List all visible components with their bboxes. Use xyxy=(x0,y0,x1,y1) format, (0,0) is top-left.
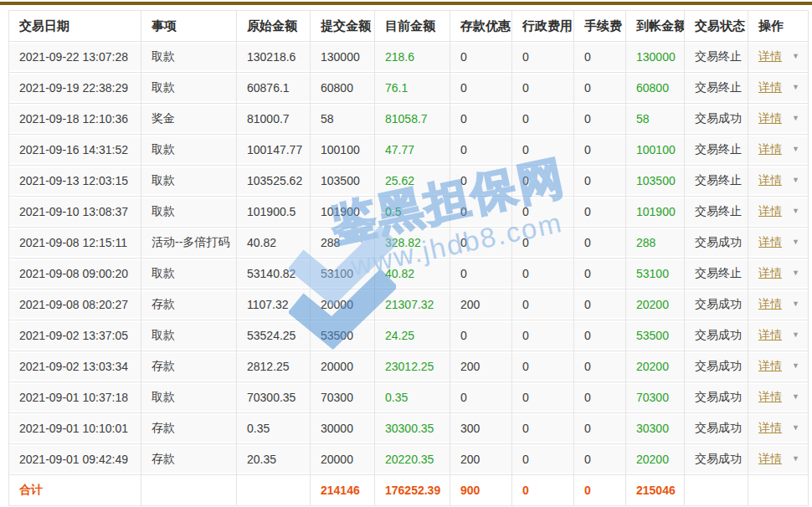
cell-7: 0 xyxy=(574,104,626,135)
chevron-down-icon[interactable]: ▼ xyxy=(792,176,799,184)
detail-link[interactable]: 详情 xyxy=(758,266,782,279)
cell-7: 0 xyxy=(574,73,626,104)
action-cell: 详情▼ xyxy=(748,289,809,320)
column-header-4: 目前金额 xyxy=(375,11,450,42)
cell-2: 53140.82 xyxy=(237,259,311,289)
table-row: 2021-09-19 22:38:29取款60876.16080076.1000… xyxy=(9,73,809,104)
detail-link[interactable]: 详情 xyxy=(758,421,782,434)
cell-8: 101900 xyxy=(626,197,685,228)
action-cell: 详情▼ xyxy=(748,320,809,351)
cell-6: 0 xyxy=(512,382,574,413)
detail-link[interactable]: 详情 xyxy=(758,390,782,403)
table-row: 2021-09-01 09:42:49存款20.352000020220.352… xyxy=(9,444,809,475)
cell-7: 0 xyxy=(574,320,626,351)
chevron-down-icon[interactable]: ▼ xyxy=(792,361,799,370)
cell-0: 2021-09-18 12:10:36 xyxy=(9,104,141,135)
cell-1: 取款 xyxy=(141,320,237,351)
total-cell-3: 214146 xyxy=(311,475,375,506)
total-cell-2 xyxy=(237,475,311,506)
total-cell-9 xyxy=(685,475,748,506)
cell-0: 2021-09-01 09:42:49 xyxy=(9,444,141,475)
detail-link[interactable]: 详情 xyxy=(758,111,782,125)
detail-link[interactable]: 详情 xyxy=(758,80,782,94)
chevron-down-icon[interactable]: ▼ xyxy=(792,392,799,401)
cell-1: 存款 xyxy=(141,413,237,444)
total-cell-6: 0 xyxy=(512,475,574,506)
cell-8: 288 xyxy=(626,228,685,259)
cell-0: 2021-09-02 13:37:05 xyxy=(9,320,141,351)
cell-8: 100100 xyxy=(626,135,685,166)
table-row: 2021-09-01 10:10:01存款0.353000030300.3530… xyxy=(9,413,809,444)
cell-9: 交易终止 xyxy=(685,135,748,166)
cell-2: 101900.5 xyxy=(237,197,311,228)
action-cell: 详情▼ xyxy=(748,444,809,475)
cell-7: 0 xyxy=(574,382,626,413)
chevron-down-icon[interactable]: ▼ xyxy=(792,423,799,432)
column-header-2: 原始金额 xyxy=(237,11,311,42)
cell-5: 0 xyxy=(450,228,512,259)
detail-link[interactable]: 详情 xyxy=(758,49,782,63)
cell-9: 交易成功 xyxy=(685,444,748,475)
cell-5: 0 xyxy=(450,135,512,166)
table-row: 2021-09-02 13:37:05取款53524.255350024.250… xyxy=(9,320,809,351)
detail-link[interactable]: 详情 xyxy=(758,235,782,248)
detail-link[interactable]: 详情 xyxy=(758,452,782,465)
action-cell: 详情▼ xyxy=(748,104,809,135)
cell-8: 20200 xyxy=(626,351,685,382)
cell-3: 53500 xyxy=(311,320,375,351)
total-cell-5: 900 xyxy=(450,475,512,506)
transactions-table: 交易日期事项原始金额提交金额目前金额存款优惠行政费用手续费到帐金额交易状态操作 … xyxy=(8,10,809,506)
action-cell: 详情▼ xyxy=(748,42,809,73)
cell-3: 103500 xyxy=(311,166,375,197)
cell-1: 存款 xyxy=(141,289,237,320)
cell-4: 0.5 xyxy=(375,197,450,228)
detail-link[interactable]: 详情 xyxy=(758,142,782,156)
table-row: 2021-09-10 13:08:37取款101900.51019000.500… xyxy=(9,197,809,228)
action-cell: 详情▼ xyxy=(748,197,809,228)
cell-1: 存款 xyxy=(141,444,237,475)
chevron-down-icon[interactable]: ▼ xyxy=(792,114,799,122)
detail-link[interactable]: 详情 xyxy=(758,359,782,372)
cell-3: 20000 xyxy=(311,289,375,320)
cell-3: 70300 xyxy=(311,382,375,413)
cell-7: 0 xyxy=(574,42,626,73)
chevron-down-icon[interactable]: ▼ xyxy=(792,83,799,91)
detail-link[interactable]: 详情 xyxy=(758,297,782,310)
action-cell: 详情▼ xyxy=(748,135,809,166)
cell-7: 0 xyxy=(574,289,626,320)
cell-0: 2021-09-02 13:03:34 xyxy=(9,351,141,382)
cell-9: 交易终止 xyxy=(685,197,748,228)
cell-7: 0 xyxy=(574,135,626,166)
cell-3: 60800 xyxy=(311,73,375,104)
cell-0: 2021-09-08 12:15:11 xyxy=(9,228,141,259)
cell-4: 0.35 xyxy=(375,382,450,413)
cell-6: 0 xyxy=(512,166,574,197)
chevron-down-icon[interactable]: ▼ xyxy=(792,454,799,463)
chevron-down-icon[interactable]: ▼ xyxy=(792,207,799,215)
cell-4: 328.82 xyxy=(375,228,450,259)
detail-link[interactable]: 详情 xyxy=(758,173,782,187)
total-cell-1 xyxy=(141,475,237,506)
table-body: 2021-09-22 13:07:28取款130218.6130000218.6… xyxy=(9,42,809,506)
cell-9: 交易成功 xyxy=(685,228,748,259)
cell-0: 2021-09-13 12:03:15 xyxy=(9,166,141,197)
chevron-down-icon[interactable]: ▼ xyxy=(792,52,799,60)
action-cell: 详情▼ xyxy=(748,73,809,104)
column-header-8: 到帐金额 xyxy=(626,11,685,42)
detail-link[interactable]: 详情 xyxy=(758,328,782,341)
cell-8: 20200 xyxy=(626,289,685,320)
chevron-down-icon[interactable]: ▼ xyxy=(792,145,799,153)
chevron-down-icon[interactable]: ▼ xyxy=(792,330,799,339)
detail-link[interactable]: 详情 xyxy=(758,204,782,218)
cell-3: 100100 xyxy=(311,135,375,166)
chevron-down-icon[interactable]: ▼ xyxy=(792,238,799,246)
cell-2: 103525.62 xyxy=(237,166,311,197)
cell-7: 0 xyxy=(574,351,626,382)
cell-4: 76.1 xyxy=(375,73,450,104)
chevron-down-icon[interactable]: ▼ xyxy=(792,300,799,308)
cell-8: 103500 xyxy=(626,166,685,197)
cell-6: 0 xyxy=(512,444,574,475)
chevron-down-icon[interactable]: ▼ xyxy=(792,269,799,277)
total-cell-8: 215046 xyxy=(626,475,685,506)
cell-7: 0 xyxy=(574,166,626,197)
